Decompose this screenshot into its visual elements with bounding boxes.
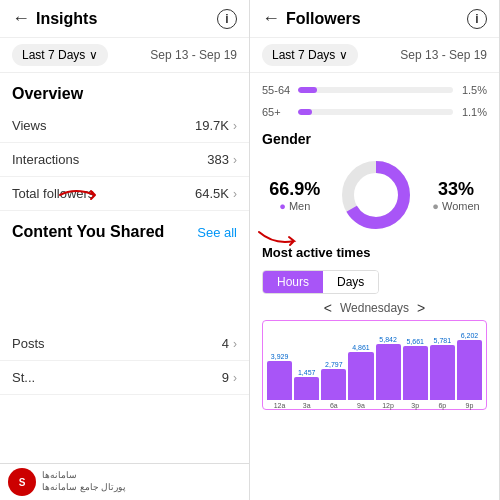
chart-bar-6a — [321, 369, 346, 400]
chart-value-12p: 5,842 — [379, 336, 397, 343]
interactions-value: 383 — [207, 152, 229, 167]
age-row-55-64: 55-64 1.5% — [250, 79, 499, 101]
chart-value-9p: 6,202 — [461, 332, 479, 339]
interactions-row[interactable]: Interactions 383 › — [0, 143, 249, 177]
chart-value-3p: 5,661 — [406, 338, 424, 345]
posts-label: Posts — [12, 336, 45, 351]
age-bar-fill-65plus — [298, 109, 312, 115]
right-info-icon[interactable]: i — [467, 9, 487, 29]
left-title: Insights — [36, 10, 217, 28]
left-panel: ← Insights i Last 7 Days ∨ Sep 13 - Sep … — [0, 0, 250, 500]
posts-value: 4 — [222, 336, 229, 351]
chart-label-3p: 3p — [411, 402, 419, 409]
interactions-value-wrap: 383 › — [207, 152, 237, 167]
gender-donut — [336, 155, 416, 235]
overview-title: Overview — [0, 73, 249, 109]
followers-value: 64.5K — [195, 186, 229, 201]
followers-chevron: › — [233, 187, 237, 201]
active-title: Most active times — [262, 245, 370, 260]
views-row[interactable]: Views 19.7K › — [0, 109, 249, 143]
women-stat: 33% ● Women — [432, 179, 479, 212]
watermark-line1: سامانه‌ها — [42, 470, 126, 482]
women-label: ● Women — [432, 200, 479, 212]
chart-bar-12a — [267, 361, 292, 400]
followers-value-wrap: 64.5K › — [195, 186, 237, 201]
right-panel: ← Followers i Last 7 Days ∨ Sep 13 - Sep… — [250, 0, 500, 500]
content-section-header: Content You Shared See all — [0, 211, 249, 247]
day-nav-row: < Wednesdays > — [262, 300, 487, 316]
men-stat: 66.9% ● Men — [269, 179, 320, 212]
followers-row[interactable]: Total followers 64.5K › — [0, 177, 249, 211]
nav-next-button[interactable]: > — [417, 300, 425, 316]
chart-value-9a: 4,861 — [352, 344, 370, 351]
right-filter-label: Last 7 Days — [272, 48, 335, 62]
women-pct: 33% — [432, 179, 479, 200]
age-bar-65plus — [298, 109, 453, 115]
age-row-65plus: 65+ 1.1% — [250, 101, 499, 123]
gender-title: Gender — [262, 131, 487, 147]
chart-bar-3p — [403, 346, 428, 400]
views-value-wrap: 19.7K › — [195, 118, 237, 133]
content-placeholder — [0, 247, 249, 327]
left-date-filter[interactable]: Last 7 Days ∨ — [12, 44, 108, 66]
watermark-line2: پورتال جامع سامانه‌ها — [42, 482, 126, 494]
right-back-button[interactable]: ← — [262, 8, 280, 29]
age-pct-55-64: 1.5% — [459, 84, 487, 96]
time-tabs: Hours Days — [262, 270, 379, 294]
chart-col-6a: 2,7976a — [321, 361, 346, 409]
right-date-filter[interactable]: Last 7 Days ∨ — [262, 44, 358, 66]
chart-label-6p: 6p — [438, 402, 446, 409]
chart-col-9p: 6,2029p — [457, 332, 482, 409]
right-filter-row: Last 7 Days ∨ Sep 13 - Sep 19 — [250, 38, 499, 73]
stories-chevron: › — [233, 371, 237, 385]
left-filter-row: Last 7 Days ∨ Sep 13 - Sep 19 — [0, 38, 249, 73]
chart-label-9a: 9a — [357, 402, 365, 409]
active-times-section: Most active times Hours Days < Wednesday… — [250, 239, 499, 414]
views-value: 19.7K — [195, 118, 229, 133]
views-chevron: › — [233, 119, 237, 133]
posts-value-wrap: 4 › — [222, 336, 237, 351]
chart-bar-3a — [294, 377, 319, 400]
chart-bar-9p — [457, 340, 482, 400]
chart-col-12a: 3,92912a — [267, 353, 292, 409]
chart-bar-12p — [376, 344, 401, 400]
stories-value-wrap: 9 › — [222, 370, 237, 385]
chart-label-9p: 9p — [466, 402, 474, 409]
left-date-range: Sep 13 - Sep 19 — [150, 48, 237, 62]
watermark-text-block: سامانه‌ها پورتال جامع سامانه‌ها — [42, 470, 126, 493]
posts-chevron: › — [233, 337, 237, 351]
chart-bar-6p — [430, 345, 455, 400]
left-info-icon[interactable]: i — [217, 9, 237, 29]
men-pct: 66.9% — [269, 179, 320, 200]
posts-row[interactable]: Posts 4 › — [0, 327, 249, 361]
active-times-chart: 3,92912a1,4573a2,7976a4,8619a5,84212p5,6… — [262, 320, 487, 410]
hours-tab[interactable]: Hours — [263, 271, 323, 293]
left-filter-label: Last 7 Days — [22, 48, 85, 62]
left-back-button[interactable]: ← — [12, 8, 30, 29]
chart-label-6a: 6a — [330, 402, 338, 409]
stories-value: 9 — [222, 370, 229, 385]
see-all-button[interactable]: See all — [197, 225, 237, 240]
chart-col-12p: 5,84212p — [376, 336, 401, 409]
nav-prev-button[interactable]: < — [324, 300, 332, 316]
age-pct-65plus: 1.1% — [459, 106, 487, 118]
chart-label-12p: 12p — [382, 402, 394, 409]
chart-bar-9a — [348, 352, 373, 400]
chart-col-6p: 5,7816p — [430, 337, 455, 409]
chart-col-3a: 1,4573a — [294, 369, 319, 409]
gender-section: Gender 66.9% ● Men 33% ● Women — [250, 123, 499, 239]
age-bar-fill-55-64 — [298, 87, 317, 93]
chart-label-3a: 3a — [303, 402, 311, 409]
chart-col-3p: 5,6613p — [403, 338, 428, 409]
interactions-chevron: › — [233, 153, 237, 167]
gender-chart: 66.9% ● Men 33% ● Women — [262, 155, 487, 235]
chart-value-6p: 5,781 — [434, 337, 452, 344]
chart-label-12a: 12a — [274, 402, 286, 409]
stories-row[interactable]: St... 9 › — [0, 361, 249, 395]
red-arrow-active — [254, 227, 304, 247]
content-title: Content You Shared — [12, 223, 164, 241]
days-tab[interactable]: Days — [323, 271, 378, 293]
right-title: Followers — [286, 10, 467, 28]
left-filter-chevron: ∨ — [89, 48, 98, 62]
stories-label: St... — [12, 370, 35, 385]
